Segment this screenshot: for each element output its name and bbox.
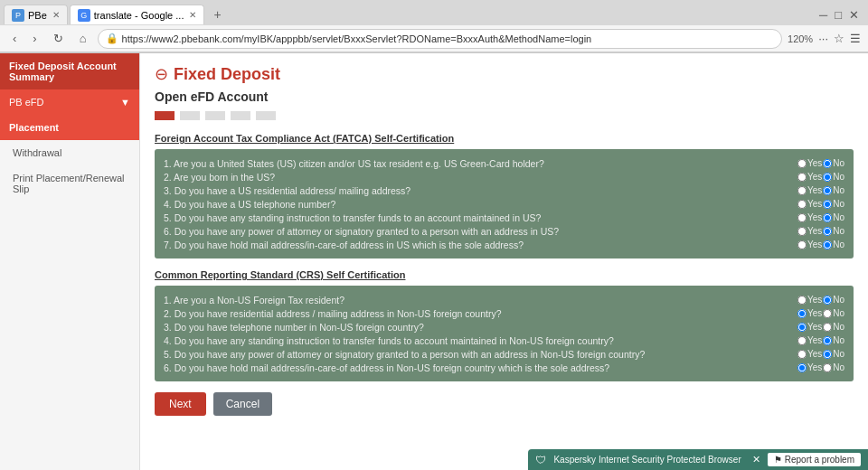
fatca-q6-row: 6. Do you have any power of attorney or … [164, 224, 844, 238]
crs-q6-yes[interactable] [797, 363, 807, 372]
fatca-q2-no[interactable] [823, 173, 832, 182]
maximize-icon[interactable]: □ [835, 8, 842, 22]
crs-q2-yes[interactable] [797, 309, 807, 318]
fatca-q7-row: 7. Do you have hold mail address/in-care… [164, 238, 844, 251]
tab-translate-close[interactable]: ✕ [189, 10, 196, 20]
fatca-q4-radio[interactable]: Yes No [797, 199, 844, 209]
address-bar[interactable]: 🔒 https://www2.pbebank.com/myIBK/apppbb/… [98, 29, 782, 49]
crs-q4-text: 4. Do you have any standing instruction … [164, 335, 797, 346]
crs-q3-radio[interactable]: Yes No [797, 322, 844, 332]
crs-q4-yes[interactable] [797, 336, 807, 345]
crs-q1-radio[interactable]: Yes No [797, 295, 844, 305]
fatca-q1-radio[interactable]: Yes No [797, 158, 844, 168]
crs-q2-row: 2. Do you have residential address / mai… [164, 306, 844, 320]
fatca-q2-radio[interactable]: Yes No [797, 172, 844, 182]
minimize-icon[interactable]: ─ [819, 8, 827, 22]
fatca-q1-text: 1. Are you a United States (US) citizen … [164, 158, 797, 169]
bookmark-icon[interactable]: ☆ [834, 32, 844, 45]
sidebar-item-print-slip[interactable]: Print Placement/Renewal Slip [0, 165, 139, 202]
back-arrow-icon[interactable]: ⊖ [155, 64, 168, 84]
step-5 [256, 111, 276, 120]
crs-q4-radio[interactable]: Yes No [797, 335, 844, 345]
fatca-q5-radio[interactable]: Yes No [797, 212, 844, 222]
page-title-row: ⊖ Fixed Deposit [155, 64, 854, 84]
tab-pbe-label: PBe [28, 10, 47, 21]
crs-section-title: Common Reporting Standard (CRS) Self Cer… [155, 269, 854, 280]
crs-q1-row: 1. Are you a Non-US Foreign Tax resident… [164, 293, 844, 306]
fatca-q6-text: 6. Do you have any power of attorney or … [164, 226, 797, 237]
fatca-q4-row: 4. Do you have a US telephone number? Ye… [164, 197, 844, 211]
crs-q5-no[interactable] [823, 350, 832, 359]
sub-heading: Open eFD Account [155, 89, 854, 104]
fatca-q5-yes[interactable] [797, 213, 807, 222]
lock-icon: 🔒 [106, 33, 118, 44]
fatca-q7-no[interactable] [823, 240, 832, 249]
fatca-q2-yes[interactable] [797, 173, 807, 182]
page-title: Fixed Deposit [174, 65, 280, 84]
fatca-q6-yes[interactable] [797, 227, 807, 236]
fatca-q3-yes[interactable] [797, 186, 807, 195]
kaspersky-bar: 🛡 Kaspersky Internet Security Protected … [528, 449, 868, 470]
step-1 [155, 111, 175, 120]
step-3 [205, 111, 225, 120]
back-button[interactable]: ‹ [7, 29, 22, 48]
fatca-q3-no[interactable] [823, 186, 832, 195]
fatca-q3-row: 3. Do you have a US residential address/… [164, 183, 844, 197]
forward-button[interactable]: › [27, 29, 42, 48]
cancel-button[interactable]: Cancel [213, 392, 272, 416]
sidebar-item-placement[interactable]: Placement [0, 115, 139, 140]
fatca-q7-text: 7. Do you have hold mail address/in-care… [164, 240, 797, 250]
crs-q6-radio[interactable]: Yes No [797, 362, 844, 372]
crs-q1-yes[interactable] [797, 296, 807, 305]
fatca-q3-text: 3. Do you have a US residential address/… [164, 185, 797, 196]
fatca-q6-radio[interactable]: Yes No [797, 226, 844, 236]
fatca-q7-yes[interactable] [797, 240, 807, 249]
flag-icon: ⚑ [774, 455, 782, 465]
tab-translate[interactable]: G translate - Google ... ✕ [70, 5, 205, 24]
close-window-icon[interactable]: ✕ [849, 8, 859, 22]
main-content: ⊖ Fixed Deposit Open eFD Account Foreign… [140, 53, 868, 470]
dropdown-icon: ▼ [120, 97, 130, 108]
kaspersky-shield-icon: 🛡 [535, 454, 546, 466]
fatca-q7-radio[interactable]: Yes No [797, 240, 844, 249]
crs-q1-no[interactable] [823, 296, 832, 305]
fatca-q6-no[interactable] [823, 227, 832, 236]
fatca-q1-row: 1. Are you a United States (US) citizen … [164, 156, 844, 170]
crs-q3-no[interactable] [823, 323, 832, 332]
address-text: https://www2.pbebank.com/myIBK/apppbb/se… [122, 33, 592, 44]
fatca-q2-text: 2. Are you born in the US? [164, 172, 797, 183]
fatca-q5-no[interactable] [823, 213, 832, 222]
crs-q3-yes[interactable] [797, 323, 807, 332]
crs-q6-no[interactable] [823, 363, 832, 372]
fatca-q5-row: 5. Do you have any standing instruction … [164, 211, 844, 224]
sidebar-item-fd-summary[interactable]: Fixed Deposit Account Summary [0, 53, 139, 89]
tab-pbe[interactable]: P PBe ✕ [4, 5, 68, 24]
browser-chrome: P PBe ✕ G translate - Google ... ✕ + ─ □… [0, 0, 868, 53]
fatca-q1-yes[interactable] [797, 159, 807, 168]
report-problem-button[interactable]: ⚑ Report a problem [768, 453, 861, 466]
tab-pbe-close[interactable]: ✕ [52, 10, 60, 20]
sidebar-item-withdrawal[interactable]: Withdrawal [0, 140, 139, 165]
crs-q2-radio[interactable]: Yes No [797, 308, 844, 318]
crs-q4-no[interactable] [823, 336, 832, 345]
crs-q5-radio[interactable]: Yes No [797, 349, 844, 359]
button-row: Next Cancel [155, 392, 854, 416]
new-tab-button[interactable]: + [206, 5, 228, 24]
nav-bar: ‹ › ↻ ⌂ 🔒 https://www2.pbebank.com/myIBK… [0, 25, 868, 52]
crs-q2-no[interactable] [823, 309, 832, 318]
kaspersky-close-icon[interactable]: ✕ [752, 454, 760, 465]
fatca-q4-no[interactable] [823, 200, 832, 209]
crs-q5-row: 5. Do you have any power of attorney or … [164, 347, 844, 361]
fatca-q1-no[interactable] [823, 159, 832, 168]
crs-q4-row: 4. Do you have any standing instruction … [164, 334, 844, 347]
fatca-q3-radio[interactable]: Yes No [797, 185, 844, 195]
sidebar-item-pb-efd[interactable]: PB eFD ▼ [0, 89, 139, 115]
more-options-icon[interactable]: ··· [818, 32, 828, 45]
settings-icon[interactable]: ☰ [850, 32, 861, 45]
reload-button[interactable]: ↻ [48, 29, 69, 48]
home-button[interactable]: ⌂ [74, 29, 92, 48]
crs-q5-yes[interactable] [797, 350, 807, 359]
fatca-q4-yes[interactable] [797, 200, 807, 209]
fatca-q4-text: 4. Do you have a US telephone number? [164, 199, 797, 210]
next-button[interactable]: Next [155, 392, 206, 416]
